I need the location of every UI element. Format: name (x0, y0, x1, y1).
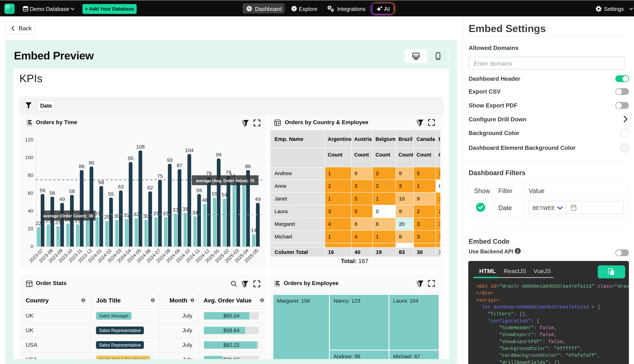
svg-text:86: 86 (79, 164, 85, 169)
svg-text:30: 30 (143, 213, 149, 219)
svg-text:30: 30 (114, 213, 120, 219)
svg-text:104: 104 (185, 148, 193, 153)
svg-text:33: 33 (163, 211, 168, 216)
svg-text:87: 87 (177, 163, 182, 168)
svg-text:74: 74 (230, 173, 235, 179)
svg-text:108: 108 (136, 144, 145, 150)
svg-text:37: 37 (173, 207, 178, 213)
svg-text:68: 68 (98, 180, 104, 185)
svg-text:56: 56 (50, 190, 55, 196)
svg-text:99: 99 (216, 152, 222, 158)
svg-text:90: 90 (89, 160, 94, 166)
svg-text:20: 20 (28, 226, 33, 232)
svg-text:55: 55 (108, 191, 114, 197)
svg-text:120: 120 (25, 137, 33, 142)
svg-text:38: 38 (182, 206, 188, 212)
svg-text:40: 40 (28, 208, 33, 214)
svg-text:0: 0 (31, 244, 33, 249)
svg-text:59: 59 (196, 188, 202, 193)
svg-text:58: 58 (69, 188, 75, 194)
svg-text:14: 14 (251, 228, 257, 233)
svg-text:48: 48 (202, 197, 208, 203)
svg-text:63: 63 (118, 184, 124, 190)
svg-text:60: 60 (28, 190, 33, 196)
svg-text:75: 75 (157, 174, 163, 179)
svg-text:59: 59 (40, 188, 45, 193)
svg-text:86: 86 (245, 164, 251, 169)
svg-text:49: 49 (255, 196, 261, 202)
svg-text:31: 31 (124, 212, 129, 218)
svg-text:95: 95 (128, 156, 133, 161)
svg-text:33: 33 (153, 211, 159, 216)
svg-text:93: 93 (167, 158, 173, 163)
svg-text:49: 49 (59, 196, 65, 202)
svg-text:average (Avg. Order Value): 75: average (Avg. Order Value): 75 (196, 178, 255, 183)
svg-text:29: 29 (104, 214, 110, 220)
svg-text:54: 54 (222, 192, 227, 198)
svg-text:80: 80 (28, 172, 33, 178)
svg-text:55: 55 (212, 191, 218, 197)
svg-text:62: 62 (147, 185, 153, 190)
svg-text:100: 100 (25, 155, 33, 160)
svg-text:average (Order Count): 36: average (Order Count): 36 (43, 214, 93, 218)
svg-text:22: 22 (36, 220, 41, 226)
